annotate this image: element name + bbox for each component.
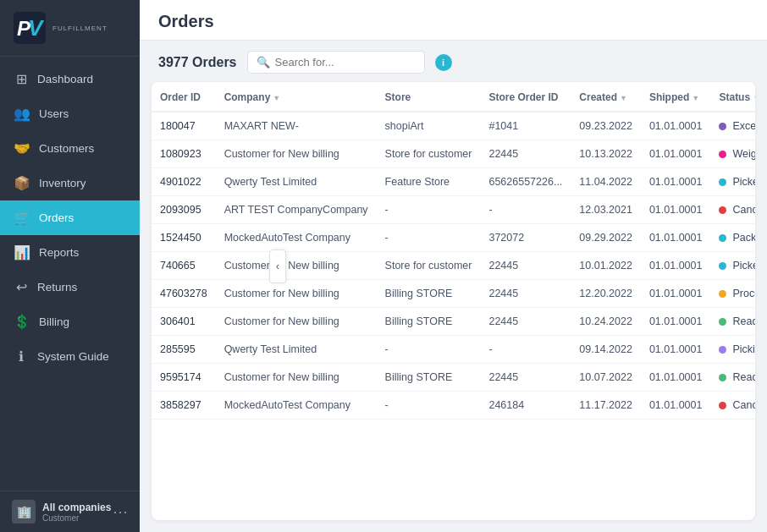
status-dot (719, 346, 726, 354)
search-input[interactable] (275, 56, 394, 69)
cell-order-id: 4901022 (152, 168, 216, 196)
cell-shipped: 01.01.0001 (641, 364, 711, 392)
cell-created: 11.17.2022 (571, 392, 641, 420)
sidebar-item-orders[interactable]: 🛒Orders (0, 200, 140, 235)
cell-order-id: 3858297 (152, 392, 216, 420)
orders-icon: 🛒 (14, 210, 30, 226)
sidebar-item-reports[interactable]: 📊Reports (0, 235, 140, 270)
status-label: Picking (732, 343, 755, 355)
col-header-order-id: Order ID (152, 82, 216, 112)
status-dot (719, 123, 726, 130)
cell-created: 10.24.2022 (571, 308, 641, 336)
sidebar-item-label: Inventory (39, 177, 86, 189)
sidebar-item-inventory[interactable]: 📦Inventory (0, 166, 140, 200)
cell-status: Processing (710, 280, 755, 308)
sidebar-collapse-button[interactable]: ‹ (269, 250, 286, 283)
logo-fulfillment-text: FULFILLMENT (52, 25, 108, 32)
sidebar-item-billing[interactable]: 💲Billing (0, 304, 140, 339)
cell-shipped: 01.01.0001 (641, 224, 711, 252)
cell-status: Weight control (710, 140, 755, 168)
sidebar-item-dashboard[interactable]: ⊞Dashboard (0, 62, 140, 96)
sort-arrow: ▼ (273, 94, 280, 102)
sort-arrow: ▼ (692, 94, 699, 102)
status-label: Picked (732, 260, 755, 271)
sidebar-item-label: Billing (39, 315, 69, 328)
cell-store: - (377, 224, 481, 252)
cell-status: Picking (710, 336, 755, 364)
sidebar-item-customers[interactable]: 🤝Customers (0, 131, 140, 166)
sidebar-item-label: Returns (37, 281, 77, 293)
table-row[interactable]: 47603278 Customer for New billing Billin… (152, 280, 755, 308)
sidebar: P V FULFILLMENT ⊞Dashboard👥Users🤝Custome… (0, 0, 140, 532)
col-header-shipped[interactable]: Shipped▼ (641, 82, 711, 112)
sidebar-item-users[interactable]: 👥Users (0, 96, 140, 131)
cell-created: 09.14.2022 (571, 336, 641, 364)
nav-items: ⊞Dashboard👥Users🤝Customers📦Inventory🛒Ord… (0, 57, 140, 491)
footer-more-button[interactable]: ⋯ (113, 502, 128, 521)
status-label: Exception (732, 120, 755, 132)
table-row[interactable]: 2093095 ART TEST CompanyCompany - - 12.0… (152, 196, 755, 224)
billing-icon: 💲 (14, 314, 30, 330)
status-label: Weight control (732, 148, 755, 160)
cell-order-id: 2093095 (152, 196, 216, 224)
sidebar-item-returns[interactable]: ↩Returns (0, 270, 140, 304)
col-header-created[interactable]: Created▼ (571, 82, 641, 112)
top-bar: Orders (140, 0, 767, 41)
cell-store: Billing STORE (377, 280, 481, 308)
status-label: Picked (732, 176, 755, 188)
footer-user-info: All companies Customer (42, 502, 111, 523)
main-content: Orders 3977 Orders 🔍 i Order IDCompany▼S… (140, 0, 767, 532)
table-row[interactable]: 9595174 Customer for New billing Billing… (152, 364, 755, 392)
cell-company: ART TEST CompanyCompany (216, 196, 377, 224)
cell-created: 10.07.2022 (571, 364, 641, 392)
content-wrap: ‹ Orders 3977 Orders 🔍 i Order IDCompany… (140, 0, 767, 532)
table-row[interactable]: 740665 Customer for New billing Store fo… (152, 252, 755, 280)
cell-company: Customer for New billing (216, 308, 377, 336)
table-row[interactable]: 3858297 MockedAutoTest Company - 246184 … (152, 392, 755, 420)
cell-created: 10.13.2022 (571, 140, 641, 168)
status-label: Canceled (732, 204, 755, 216)
cell-company: MockedAutoTest Company (216, 392, 377, 420)
user-avatar: 🏢 (12, 500, 36, 524)
logo: P V FULFILLMENT (14, 12, 108, 44)
cell-store: Billing STORE (377, 308, 481, 336)
col-header-status[interactable]: Status▼ (710, 82, 755, 112)
sidebar-item-system-guide[interactable]: ℹSystem Guide (0, 339, 140, 374)
cell-shipped: 01.01.0001 (641, 196, 711, 224)
cell-status: Ready for packing (710, 308, 755, 336)
cell-created: 11.04.2022 (571, 168, 641, 196)
cell-order-id: 740665 (152, 252, 216, 280)
orders-table: Order IDCompany▼StoreStore Order IDCreat… (152, 82, 755, 420)
cell-shipped: 01.01.0001 (641, 112, 711, 140)
sidebar-item-label: Reports (39, 246, 79, 259)
cell-created: 12.03.2021 (571, 196, 641, 224)
cell-store: - (377, 336, 481, 364)
cell-order-id: 47603278 (152, 280, 216, 308)
table-row[interactable]: 285595 Qwerty Test Limited - - 09.14.202… (152, 336, 755, 364)
search-icon: 🔍 (257, 56, 270, 69)
status-dot (719, 374, 726, 381)
cell-shipped: 01.01.0001 (641, 168, 711, 196)
cell-status: Canceled (710, 196, 755, 224)
dashboard-icon: ⊞ (14, 71, 29, 87)
info-button[interactable]: i (435, 54, 452, 71)
cell-store-order-id: 22445 (480, 280, 571, 308)
table-row[interactable]: 1524450 MockedAutoTest Company - 372072 … (152, 224, 755, 252)
sidebar-item-label: Orders (39, 211, 74, 224)
sidebar-item-label: Users (39, 107, 69, 120)
cell-shipped: 01.01.0001 (641, 280, 711, 308)
status-label: Ready for packing (732, 315, 755, 327)
cell-order-id: 9595174 (152, 364, 216, 392)
search-wrap: 🔍 (247, 51, 425, 74)
cell-order-id: 306401 (152, 308, 216, 336)
col-header-company[interactable]: Company▼ (216, 82, 377, 112)
table-row[interactable]: 1080923 Customer for New billing Store f… (152, 140, 755, 168)
page-title: Orders (158, 12, 214, 30)
status-dot (719, 290, 726, 298)
table-row[interactable]: 4901022 Qwerty Test Limited Feature Stor… (152, 168, 755, 196)
sidebar-item-label: System Guide (37, 350, 109, 363)
cell-store-order-id: #1041 (480, 112, 571, 140)
cell-shipped: 01.01.0001 (641, 252, 711, 280)
table-row[interactable]: 306401 Customer for New billing Billing … (152, 308, 755, 336)
table-row[interactable]: 180047 MAXART NEW- shopiArt #1041 09.23.… (152, 112, 755, 140)
